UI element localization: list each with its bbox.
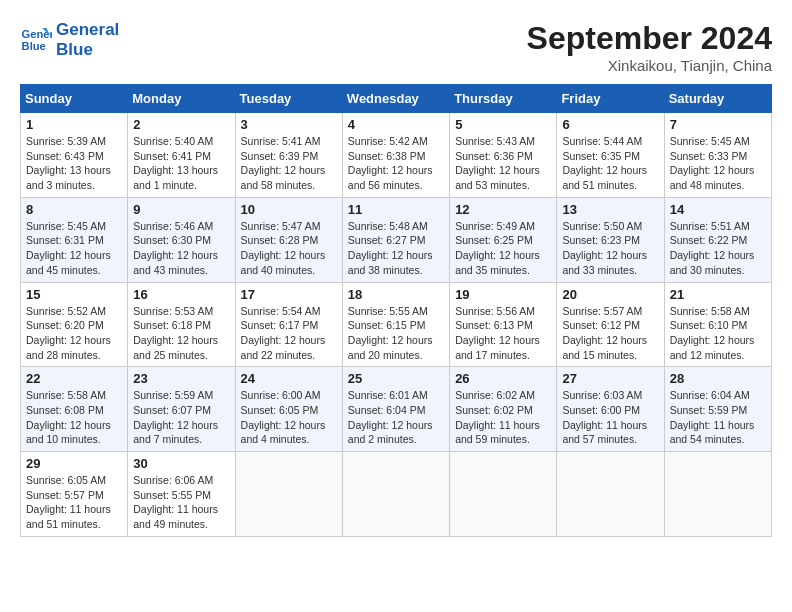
title-area: September 2024 Xinkaikou, Tianjin, China (527, 20, 772, 74)
day-detail: Sunrise: 5:43 AMSunset: 6:36 PMDaylight:… (455, 134, 551, 193)
calendar-cell: 19Sunrise: 5:56 AMSunset: 6:13 PMDayligh… (450, 282, 557, 367)
day-number: 25 (348, 371, 444, 386)
day-number: 29 (26, 456, 122, 471)
day-detail: Sunrise: 5:39 AMSunset: 6:43 PMDaylight:… (26, 134, 122, 193)
day-detail: Sunrise: 5:52 AMSunset: 6:20 PMDaylight:… (26, 304, 122, 363)
calendar-cell: 29Sunrise: 6:05 AMSunset: 5:57 PMDayligh… (21, 452, 128, 537)
day-number: 21 (670, 287, 766, 302)
calendar-cell: 5Sunrise: 5:43 AMSunset: 6:36 PMDaylight… (450, 113, 557, 198)
day-number: 4 (348, 117, 444, 132)
month-title: September 2024 (527, 20, 772, 57)
calendar-cell: 1Sunrise: 5:39 AMSunset: 6:43 PMDaylight… (21, 113, 128, 198)
day-number: 19 (455, 287, 551, 302)
calendar-cell: 11Sunrise: 5:48 AMSunset: 6:27 PMDayligh… (342, 197, 449, 282)
day-number: 8 (26, 202, 122, 217)
logo-icon: General Blue (20, 24, 52, 56)
day-detail: Sunrise: 5:41 AMSunset: 6:39 PMDaylight:… (241, 134, 337, 193)
weekday-header-friday: Friday (557, 85, 664, 113)
day-number: 2 (133, 117, 229, 132)
calendar-cell (450, 452, 557, 537)
day-number: 7 (670, 117, 766, 132)
day-detail: Sunrise: 6:05 AMSunset: 5:57 PMDaylight:… (26, 473, 122, 532)
calendar-cell: 30Sunrise: 6:06 AMSunset: 5:55 PMDayligh… (128, 452, 235, 537)
calendar-cell: 12Sunrise: 5:49 AMSunset: 6:25 PMDayligh… (450, 197, 557, 282)
day-detail: Sunrise: 6:00 AMSunset: 6:05 PMDaylight:… (241, 388, 337, 447)
calendar-cell: 8Sunrise: 5:45 AMSunset: 6:31 PMDaylight… (21, 197, 128, 282)
calendar-week-4: 22Sunrise: 5:58 AMSunset: 6:08 PMDayligh… (21, 367, 772, 452)
day-detail: Sunrise: 5:47 AMSunset: 6:28 PMDaylight:… (241, 219, 337, 278)
logo-blue: Blue (56, 40, 119, 60)
day-detail: Sunrise: 5:59 AMSunset: 6:07 PMDaylight:… (133, 388, 229, 447)
day-number: 20 (562, 287, 658, 302)
day-number: 17 (241, 287, 337, 302)
calendar-cell: 9Sunrise: 5:46 AMSunset: 6:30 PMDaylight… (128, 197, 235, 282)
day-detail: Sunrise: 5:50 AMSunset: 6:23 PMDaylight:… (562, 219, 658, 278)
calendar-cell: 16Sunrise: 5:53 AMSunset: 6:18 PMDayligh… (128, 282, 235, 367)
calendar-cell: 6Sunrise: 5:44 AMSunset: 6:35 PMDaylight… (557, 113, 664, 198)
day-number: 16 (133, 287, 229, 302)
day-detail: Sunrise: 5:46 AMSunset: 6:30 PMDaylight:… (133, 219, 229, 278)
day-detail: Sunrise: 6:04 AMSunset: 5:59 PMDaylight:… (670, 388, 766, 447)
calendar-cell (557, 452, 664, 537)
day-detail: Sunrise: 6:01 AMSunset: 6:04 PMDaylight:… (348, 388, 444, 447)
day-detail: Sunrise: 5:45 AMSunset: 6:31 PMDaylight:… (26, 219, 122, 278)
day-detail: Sunrise: 5:58 AMSunset: 6:10 PMDaylight:… (670, 304, 766, 363)
calendar-cell (235, 452, 342, 537)
day-detail: Sunrise: 6:06 AMSunset: 5:55 PMDaylight:… (133, 473, 229, 532)
day-number: 6 (562, 117, 658, 132)
day-number: 10 (241, 202, 337, 217)
day-detail: Sunrise: 6:02 AMSunset: 6:02 PMDaylight:… (455, 388, 551, 447)
calendar-cell (664, 452, 771, 537)
weekday-header-saturday: Saturday (664, 85, 771, 113)
weekday-header-row: SundayMondayTuesdayWednesdayThursdayFrid… (21, 85, 772, 113)
day-detail: Sunrise: 5:44 AMSunset: 6:35 PMDaylight:… (562, 134, 658, 193)
calendar-week-1: 1Sunrise: 5:39 AMSunset: 6:43 PMDaylight… (21, 113, 772, 198)
calendar-cell: 26Sunrise: 6:02 AMSunset: 6:02 PMDayligh… (450, 367, 557, 452)
day-number: 3 (241, 117, 337, 132)
day-number: 27 (562, 371, 658, 386)
day-detail: Sunrise: 5:42 AMSunset: 6:38 PMDaylight:… (348, 134, 444, 193)
weekday-header-sunday: Sunday (21, 85, 128, 113)
logo: General Blue General Blue (20, 20, 119, 61)
calendar-cell: 14Sunrise: 5:51 AMSunset: 6:22 PMDayligh… (664, 197, 771, 282)
day-number: 23 (133, 371, 229, 386)
calendar-cell: 20Sunrise: 5:57 AMSunset: 6:12 PMDayligh… (557, 282, 664, 367)
day-detail: Sunrise: 5:56 AMSunset: 6:13 PMDaylight:… (455, 304, 551, 363)
calendar-cell: 2Sunrise: 5:40 AMSunset: 6:41 PMDaylight… (128, 113, 235, 198)
day-detail: Sunrise: 5:53 AMSunset: 6:18 PMDaylight:… (133, 304, 229, 363)
calendar-cell: 17Sunrise: 5:54 AMSunset: 6:17 PMDayligh… (235, 282, 342, 367)
calendar-cell: 3Sunrise: 5:41 AMSunset: 6:39 PMDaylight… (235, 113, 342, 198)
day-detail: Sunrise: 5:48 AMSunset: 6:27 PMDaylight:… (348, 219, 444, 278)
day-number: 28 (670, 371, 766, 386)
day-number: 26 (455, 371, 551, 386)
day-number: 15 (26, 287, 122, 302)
day-number: 5 (455, 117, 551, 132)
day-detail: Sunrise: 5:57 AMSunset: 6:12 PMDaylight:… (562, 304, 658, 363)
day-number: 1 (26, 117, 122, 132)
day-detail: Sunrise: 5:51 AMSunset: 6:22 PMDaylight:… (670, 219, 766, 278)
calendar-cell: 15Sunrise: 5:52 AMSunset: 6:20 PMDayligh… (21, 282, 128, 367)
weekday-header-monday: Monday (128, 85, 235, 113)
calendar-cell: 22Sunrise: 5:58 AMSunset: 6:08 PMDayligh… (21, 367, 128, 452)
calendar-cell: 27Sunrise: 6:03 AMSunset: 6:00 PMDayligh… (557, 367, 664, 452)
weekday-header-tuesday: Tuesday (235, 85, 342, 113)
day-number: 12 (455, 202, 551, 217)
calendar-cell (342, 452, 449, 537)
day-detail: Sunrise: 5:58 AMSunset: 6:08 PMDaylight:… (26, 388, 122, 447)
svg-text:Blue: Blue (22, 40, 46, 52)
calendar-week-5: 29Sunrise: 6:05 AMSunset: 5:57 PMDayligh… (21, 452, 772, 537)
location-subtitle: Xinkaikou, Tianjin, China (527, 57, 772, 74)
calendar-cell: 28Sunrise: 6:04 AMSunset: 5:59 PMDayligh… (664, 367, 771, 452)
day-detail: Sunrise: 5:49 AMSunset: 6:25 PMDaylight:… (455, 219, 551, 278)
day-number: 11 (348, 202, 444, 217)
calendar-week-3: 15Sunrise: 5:52 AMSunset: 6:20 PMDayligh… (21, 282, 772, 367)
calendar-cell: 25Sunrise: 6:01 AMSunset: 6:04 PMDayligh… (342, 367, 449, 452)
day-detail: Sunrise: 5:55 AMSunset: 6:15 PMDaylight:… (348, 304, 444, 363)
calendar-cell: 7Sunrise: 5:45 AMSunset: 6:33 PMDaylight… (664, 113, 771, 198)
day-detail: Sunrise: 6:03 AMSunset: 6:00 PMDaylight:… (562, 388, 658, 447)
day-number: 24 (241, 371, 337, 386)
day-detail: Sunrise: 5:40 AMSunset: 6:41 PMDaylight:… (133, 134, 229, 193)
weekday-header-thursday: Thursday (450, 85, 557, 113)
day-number: 22 (26, 371, 122, 386)
calendar-cell: 18Sunrise: 5:55 AMSunset: 6:15 PMDayligh… (342, 282, 449, 367)
